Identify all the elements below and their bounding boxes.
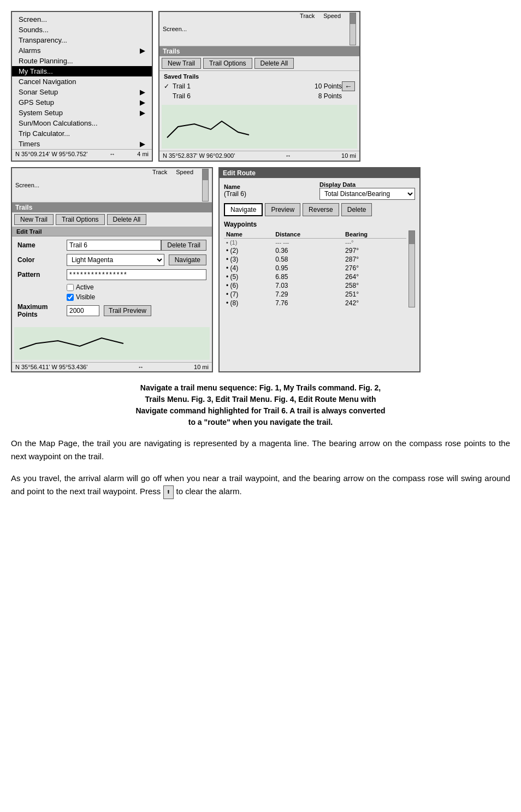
fig2-saved-trails-label: Saved Trails [164,73,355,80]
menu-item-timers[interactable]: Timers [12,139,152,149]
fig4-display-cell: Display Data Total Distance/Bearing [319,181,415,200]
menu-item-gps-setup[interactable]: GPS Setup [12,97,152,108]
fig4-wp-row-2[interactable]: • (3)0.58287° [224,255,406,264]
fig3-color-select[interactable]: Light Magenta [67,254,164,266]
fig2-header-speed: Speed [323,13,341,45]
fig2-trail-1-row[interactable]: ✓ Trail 1 10 Points ← [164,81,355,92]
fig3-pattern-label: Pattern [17,271,67,278]
fig4-wp-name-5: • (6) [224,281,273,290]
fig4-wp-dist-3: 0.95 [273,264,343,272]
fig4-wp-bearing-0: ---° [343,239,406,247]
fig2-trail-options-btn[interactable]: Trail Options [203,58,252,69]
fig3-navigate-btn[interactable]: Navigate [169,254,206,265]
fig3-scale: 10 mi [194,364,209,370]
fig4-scrollbar[interactable] [408,230,415,307]
fig4-wp-table: Name Distance Bearing • (1)--- ------°• … [224,230,406,307]
fig4-col-distance: Distance [273,230,343,239]
fig2-tabs-label: Trails [159,46,359,56]
fig4-wp-row-6[interactable]: • (7)7.29251° [224,290,406,299]
fig4-wp-name-1: • (2) [224,246,273,255]
fig3-pattern-row: Pattern [17,269,206,280]
fig4-preview-btn[interactable]: Preview [265,203,300,216]
fig4-wp-row-3[interactable]: • (4)0.95276° [224,264,406,272]
fig3-name-input[interactable] [67,240,161,251]
fig1-arrow-icon: ↔ [109,151,115,157]
fig3-visible-label: Visible [76,293,95,301]
fig1-coord-bar: N 35°09.214' W 95°50.752' ↔ 4 mi [12,149,152,158]
fig4-wp-tbody: • (1)--- ------°• (2)0.36297°• (3)0.5828… [224,239,406,308]
fig2-new-trail-btn[interactable]: New Trail [162,58,201,69]
fig4-scrollbar-thumb [409,231,415,244]
fig2-header: Screen... Track Speed [159,12,359,46]
fig2-header-screen: Screen... [163,26,187,32]
caption-block: Navigate a trail menu sequence: Fig. 1, … [11,382,510,428]
fig3-scrollbar[interactable] [202,169,209,201]
fig4-wp-row-5[interactable]: • (6)7.03258° [224,281,406,290]
fig3-coord-bar: N 35°56.411' W 95°53.436' ↔ 10 mi [12,362,212,371]
menu-item-screen[interactable]: Screen... [12,14,152,25]
fig4-wp-row-4[interactable]: • (5)6.85264° [224,272,406,281]
menu-item-my-trails[interactable]: My Trails... [12,66,152,76]
fig3-header: Screen... Track Speed [12,168,212,203]
fig3-active-checkbox[interactable] [67,284,74,291]
fig3-trail-options-btn[interactable]: Trail Options [56,214,105,225]
fig2-back-btn[interactable]: ← [342,81,355,91]
menu-item-route-planning[interactable]: Route Planning... [12,56,152,66]
fig3-coordinates: N 35°56.411' W 95°53.436' [15,364,87,370]
fig3-header-screen: Screen... [15,182,39,188]
menu-item-sun-moon[interactable]: Sun/Moon Calculations... [12,118,152,128]
menu-item-system-setup[interactable]: System Setup [12,108,152,118]
fig2-trail-6-row[interactable]: Trail 6 8 Points [164,92,355,100]
menu-item-trip-calc[interactable]: Trip Calculator... [12,128,152,139]
fig4-wp-bearing-6: 251° [343,290,406,299]
fig4-wp-name-0: • (1) [224,239,273,247]
fig2-trails-menu: Screen... Track Speed Trails New Trail T… [158,11,360,162]
fig3-visible-checkbox[interactable] [67,294,74,301]
fig4-display-select[interactable]: Total Distance/Bearing [319,188,415,200]
menu-item-sonar-setup[interactable]: Sonar Setup [12,87,152,97]
fig4-wp-name-6: • (7) [224,290,273,299]
fig4-wp-bearing-5: 258° [343,281,406,290]
fig4-wp-bearing-2: 287° [343,255,406,264]
body-paragraph-1: On the Map Page, the trail you are navig… [11,437,510,463]
fig3-delete-trail-btn[interactable]: Delete Trail [161,240,206,251]
fig2-delete-all-btn[interactable]: Delete All [254,58,294,69]
fig4-wp-row-0[interactable]: • (1)--- ------° [224,239,406,247]
fig4-wp-header-row: Name Distance Bearing [224,230,406,239]
fig3-name-label: Name [17,241,67,249]
fig2-trail-1-name: Trail 1 [173,82,315,90]
fig4-btns-row: Navigate Preview Reverse Delete [224,203,415,216]
fig4-wp-name-4: • (5) [224,272,273,281]
fig3-body: Name Delete Trail Color Light Magenta Na… [12,236,212,325]
fig4-name-value: (Trail 6) [224,190,319,198]
fig3-maxpts-row: Maximum Points Trail Preview [17,303,206,318]
fig3-new-trail-btn[interactable]: New Trail [14,214,54,225]
caption-text: Navigate a trail menu sequence: Fig. 1, … [135,383,385,426]
fig2-trail-1-check: ✓ [164,82,173,90]
menu-item-transparency[interactable]: Transparency... [12,35,152,45]
fig4-wp-row-7[interactable]: • (8)7.76242° [224,299,406,307]
fig3-maxpts-input[interactable] [67,305,99,316]
fig4-delete-btn[interactable]: Delete [341,203,372,216]
fig4-reverse-btn[interactable]: Reverse [303,203,339,216]
fig3-active-label: Active [76,283,94,291]
fig3-tabs-label: Trails [12,203,212,212]
fig3-trail-preview-btn[interactable]: Trail Preview [104,305,151,316]
fig3-delete-all-btn[interactable]: Delete All [107,214,147,225]
fig4-name-cell: Name (Trail 6) [224,183,319,198]
fig3-map-area [14,327,210,360]
fig3-active-row: Active [67,283,206,291]
menu-item-sounds[interactable]: Sounds... [12,25,152,35]
fig4-wp-row-1[interactable]: • (2)0.36297° [224,246,406,255]
key-button[interactable]: ⬆ [163,485,174,499]
fig3-pattern-input[interactable] [67,269,206,280]
fig4-wp-name-3: • (4) [224,264,273,272]
fig2-scrollbar[interactable] [350,13,356,45]
fig4-wp-dist-1: 0.36 [273,246,343,255]
fig4-wp-dist-5: 7.03 [273,281,343,290]
fig4-display-label: Display Data [319,181,415,188]
menu-item-cancel-nav[interactable]: Cancel Navigation [12,76,152,87]
menu-item-alarms[interactable]: Alarms [12,45,152,56]
fig4-navigate-btn[interactable]: Navigate [224,203,263,216]
fig4-col-bearing: Bearing [343,230,406,239]
